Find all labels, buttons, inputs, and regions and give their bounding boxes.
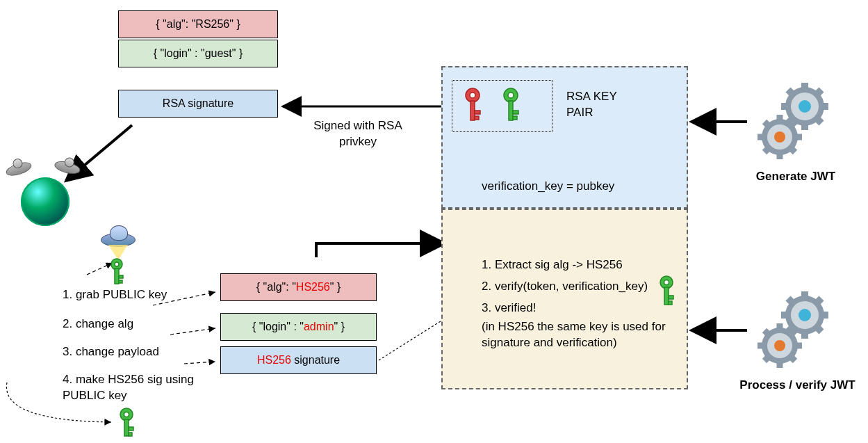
svg-rect-18 [513,116,517,120]
svg-line-60 [816,298,821,304]
private-key-icon [462,87,483,125]
svg-line-62 [816,326,821,332]
gears-generate-icon [751,80,841,163]
verify-step-2: 2. verify(token, verification_key) [482,279,676,295]
svg-line-73 [789,355,795,361]
jwt-orig-payload: { "login" : "guest" } [118,40,278,67]
svg-line-38 [816,90,821,95]
jwt-orig-header-text: { "alg": "RS256" } [156,18,240,30]
verify-step-1: 1. Extract sig alg -> HS256 [482,257,676,273]
svg-rect-17 [513,111,518,114]
svg-rect-21 [664,287,669,305]
svg-rect-28 [119,280,122,283]
jwt-forged-signature: HS256 signature [220,346,377,374]
hs256-signing-key-icon [117,407,136,440]
jwt-orig-signature: RSA signature [118,90,278,118]
forged-alg: HS256 [296,281,330,293]
svg-line-71 [789,330,795,336]
svg-rect-27 [119,275,123,278]
svg-line-6 [170,328,215,335]
attacker-step-2: 2. change alg [63,316,133,332]
svg-point-10 [470,92,475,98]
verification-key-line: verification_key = pubkey [482,179,614,195]
svg-line-75 [764,355,770,361]
forged-login: admin [304,321,334,332]
diagram-canvas: { "alg": "RS256" } { "login" : "guest" }… [0,0,868,443]
svg-point-47 [774,131,785,143]
verify-step-3: 3. verified! [482,300,676,316]
attacker-step-3: 3. change payload [63,344,159,360]
svg-point-36 [799,100,811,113]
svg-line-66 [788,298,794,304]
svg-rect-31 [124,419,129,436]
svg-point-20 [664,280,669,285]
public-key-icon [500,87,521,125]
jwt-forged-payload: { "login" : "admin" } [220,313,377,341]
svg-point-15 [508,92,514,98]
generate-label: Generate JWT [751,169,841,185]
svg-rect-23 [669,301,672,305]
verify-public-key-icon [657,275,676,309]
rsa-keypair-label: RSA KEY PAIR [566,89,657,121]
verify-steps: 1. Extract sig alg -> HS256 2. verify(to… [482,257,676,351]
svg-line-55 [764,122,770,127]
svg-point-30 [124,412,129,417]
svg-rect-22 [669,296,673,299]
gears-verify-icon [751,289,841,372]
svg-rect-16 [509,101,513,120]
attacker-step-1: 1. grab PUBLIC key [63,287,167,303]
attacker-step-4: 4. make HS256 sig using PUBLIC key [63,372,202,404]
svg-point-58 [799,309,811,321]
svg-line-49 [789,122,795,127]
jwt-orig-payload-text: { "login" : "guest" } [154,47,243,59]
signed-with-label: Signed with RSA privkey [295,118,420,150]
svg-line-51 [789,147,795,152]
svg-line-7 [184,362,215,364]
globe-icon [21,177,69,226]
verify-step-4: (in HS256 the same key is used for signa… [482,319,676,351]
svg-point-69 [774,340,785,351]
attacker-public-key-icon [108,257,126,289]
jwt-forged-header: { "alg": "HS256" } [220,273,377,301]
svg-line-44 [788,90,794,95]
svg-point-25 [115,262,119,266]
svg-line-77 [764,330,770,336]
svg-line-53 [764,147,770,152]
svg-rect-32 [129,427,133,430]
process-label: Process / verify JWT [737,378,858,394]
svg-rect-11 [470,101,475,120]
svg-rect-12 [475,111,480,114]
jwt-orig-signature-text: RSA signature [163,97,234,109]
svg-line-40 [816,118,821,123]
svg-rect-13 [475,116,479,120]
svg-rect-26 [115,268,119,284]
svg-rect-33 [129,433,132,436]
jwt-orig-header: { "alg": "RS256" } [118,10,278,38]
